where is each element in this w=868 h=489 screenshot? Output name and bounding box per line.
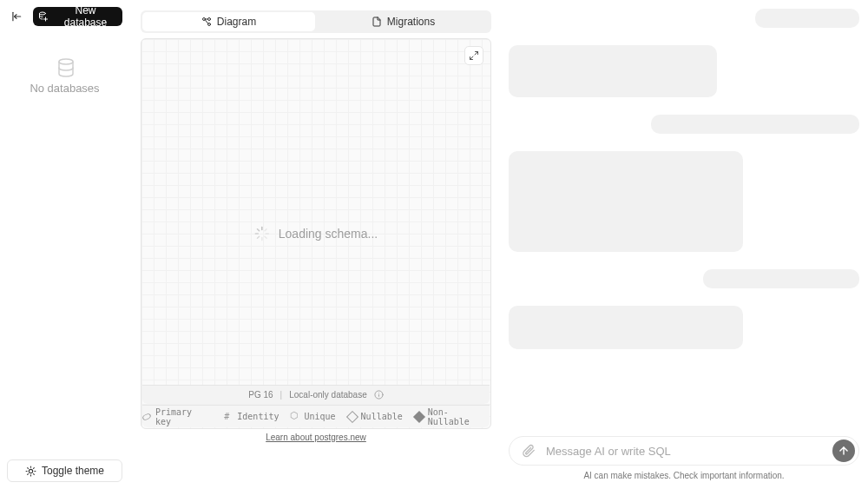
chat-input[interactable] xyxy=(544,444,824,459)
database-plus-icon xyxy=(38,11,49,22)
tab-diagram[interactable]: Diagram xyxy=(142,12,315,31)
svg-line-13 xyxy=(28,473,29,474)
svg-line-29 xyxy=(265,229,266,231)
tab-migrations[interactable]: Migrations xyxy=(317,12,490,31)
skeleton-bubble xyxy=(509,45,717,97)
file-icon xyxy=(372,17,382,27)
loading-indicator: Loading schema... xyxy=(254,226,378,241)
skeleton-bubble xyxy=(755,9,859,28)
tab-migrations-label: Migrations xyxy=(387,16,435,28)
arrow-up-icon xyxy=(838,445,850,457)
new-database-label: New database xyxy=(54,4,117,29)
legend-non-nullable: Non-Nullable xyxy=(428,407,490,426)
skeleton-bubble xyxy=(509,306,743,349)
svg-line-14 xyxy=(34,467,35,468)
database-info-strip: PG 16 | Local-only database xyxy=(142,385,490,404)
skeleton-bubble xyxy=(509,151,743,252)
svg-line-21 xyxy=(470,56,474,60)
skeleton-bubble xyxy=(703,269,859,288)
fullscreen-button[interactable] xyxy=(464,46,483,65)
toggle-theme-button[interactable]: Toggle theme xyxy=(7,459,122,482)
new-database-button[interactable]: New database xyxy=(33,7,122,26)
legend-nullable: Nullable xyxy=(361,412,403,421)
ai-disclaimer: AI can make mistakes. Check important in… xyxy=(509,471,859,480)
learn-link[interactable]: Learn about postgres.new xyxy=(266,433,366,442)
svg-line-9 xyxy=(28,467,29,468)
view-tabs: Diagram Migrations xyxy=(141,10,491,33)
chat-panel: AI can make mistakes. Check important in… xyxy=(509,9,859,480)
nullable-icon xyxy=(346,410,358,422)
chat-messages-skeleton xyxy=(509,9,859,429)
svg-line-18 xyxy=(205,20,208,24)
svg-point-5 xyxy=(59,59,73,64)
svg-line-24 xyxy=(257,229,259,231)
non-nullable-icon xyxy=(413,410,425,422)
info-icon[interactable] xyxy=(374,390,384,400)
db-version: PG 16 xyxy=(248,390,273,400)
loading-label: Loading schema... xyxy=(279,227,378,241)
send-button[interactable] xyxy=(832,439,855,462)
separator: | xyxy=(280,390,283,400)
share-icon xyxy=(201,17,212,27)
chat-composer xyxy=(509,436,859,466)
schema-legend: Primary key Identity Unique Nullable Non… xyxy=(142,405,490,427)
skeleton-bubble xyxy=(651,115,859,134)
identity-icon xyxy=(224,413,233,421)
svg-point-2 xyxy=(40,12,46,15)
sidebar-empty-label: No databases xyxy=(30,82,99,95)
db-scope: Local-only database xyxy=(289,390,367,400)
legend-primary-key: Primary key xyxy=(155,407,212,426)
diagram-canvas[interactable]: Loading schema... PG 16 | Local-only dat… xyxy=(141,38,491,429)
legend-identity: Identity xyxy=(237,412,279,421)
toggle-theme-label: Toggle theme xyxy=(42,465,104,477)
svg-line-10 xyxy=(34,473,35,474)
svg-line-28 xyxy=(257,236,259,238)
fullscreen-icon xyxy=(469,50,479,61)
primary-key-icon xyxy=(142,413,151,421)
spinner-icon xyxy=(254,226,270,241)
attachment-icon[interactable] xyxy=(522,444,536,458)
tab-diagram-label: Diagram xyxy=(217,16,256,28)
svg-point-6 xyxy=(29,469,32,472)
sidebar-empty-state: No databases xyxy=(0,57,129,95)
sidebar: New database No databases Toggle theme xyxy=(0,0,130,489)
sun-icon xyxy=(25,466,36,477)
svg-line-20 xyxy=(475,52,478,56)
svg-line-25 xyxy=(265,236,266,238)
collapse-sidebar-button[interactable] xyxy=(7,7,26,26)
legend-unique: Unique xyxy=(304,412,335,421)
database-icon xyxy=(56,57,75,76)
unique-icon xyxy=(291,413,299,421)
collapse-icon xyxy=(10,10,23,23)
